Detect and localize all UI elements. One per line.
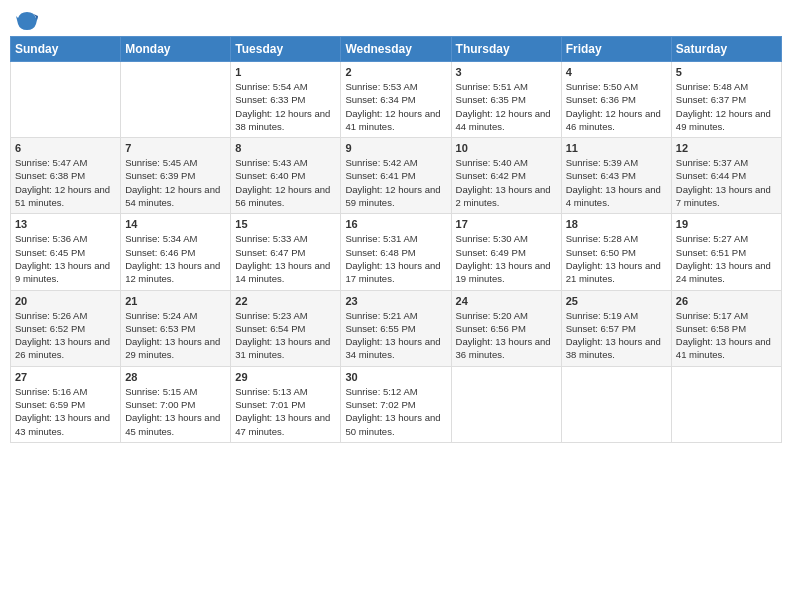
- logo-icon: [16, 10, 38, 32]
- day-number: 19: [676, 218, 777, 230]
- page-header: [10, 10, 782, 28]
- day-cell: 10Sunrise: 5:40 AM Sunset: 6:42 PM Dayli…: [451, 138, 561, 214]
- calendar-table: SundayMondayTuesdayWednesdayThursdayFrid…: [10, 36, 782, 443]
- day-number: 7: [125, 142, 226, 154]
- day-info: Sunrise: 5:48 AM Sunset: 6:37 PM Dayligh…: [676, 80, 777, 133]
- day-number: 21: [125, 295, 226, 307]
- day-number: 6: [15, 142, 116, 154]
- day-cell: 4Sunrise: 5:50 AM Sunset: 6:36 PM Daylig…: [561, 62, 671, 138]
- day-cell: 18Sunrise: 5:28 AM Sunset: 6:50 PM Dayli…: [561, 214, 671, 290]
- day-cell: 26Sunrise: 5:17 AM Sunset: 6:58 PM Dayli…: [671, 290, 781, 366]
- day-number: 29: [235, 371, 336, 383]
- day-info: Sunrise: 5:16 AM Sunset: 6:59 PM Dayligh…: [15, 385, 116, 438]
- day-number: 17: [456, 218, 557, 230]
- day-cell: 11Sunrise: 5:39 AM Sunset: 6:43 PM Dayli…: [561, 138, 671, 214]
- day-cell: 25Sunrise: 5:19 AM Sunset: 6:57 PM Dayli…: [561, 290, 671, 366]
- day-number: 15: [235, 218, 336, 230]
- day-info: Sunrise: 5:43 AM Sunset: 6:40 PM Dayligh…: [235, 156, 336, 209]
- weekday-header-thursday: Thursday: [451, 37, 561, 62]
- day-number: 3: [456, 66, 557, 78]
- day-info: Sunrise: 5:12 AM Sunset: 7:02 PM Dayligh…: [345, 385, 446, 438]
- weekday-header-saturday: Saturday: [671, 37, 781, 62]
- day-info: Sunrise: 5:39 AM Sunset: 6:43 PM Dayligh…: [566, 156, 667, 209]
- day-info: Sunrise: 5:51 AM Sunset: 6:35 PM Dayligh…: [456, 80, 557, 133]
- day-number: 5: [676, 66, 777, 78]
- day-cell: 7Sunrise: 5:45 AM Sunset: 6:39 PM Daylig…: [121, 138, 231, 214]
- weekday-header-friday: Friday: [561, 37, 671, 62]
- day-cell: [671, 366, 781, 442]
- day-cell: 6Sunrise: 5:47 AM Sunset: 6:38 PM Daylig…: [11, 138, 121, 214]
- day-cell: 17Sunrise: 5:30 AM Sunset: 6:49 PM Dayli…: [451, 214, 561, 290]
- day-cell: 23Sunrise: 5:21 AM Sunset: 6:55 PM Dayli…: [341, 290, 451, 366]
- day-number: 27: [15, 371, 116, 383]
- day-number: 18: [566, 218, 667, 230]
- day-number: 30: [345, 371, 446, 383]
- weekday-header-tuesday: Tuesday: [231, 37, 341, 62]
- week-row-5: 27Sunrise: 5:16 AM Sunset: 6:59 PM Dayli…: [11, 366, 782, 442]
- day-number: 16: [345, 218, 446, 230]
- week-row-4: 20Sunrise: 5:26 AM Sunset: 6:52 PM Dayli…: [11, 290, 782, 366]
- day-cell: [561, 366, 671, 442]
- day-cell: 28Sunrise: 5:15 AM Sunset: 7:00 PM Dayli…: [121, 366, 231, 442]
- day-number: 13: [15, 218, 116, 230]
- day-number: 8: [235, 142, 336, 154]
- day-info: Sunrise: 5:27 AM Sunset: 6:51 PM Dayligh…: [676, 232, 777, 285]
- day-info: Sunrise: 5:37 AM Sunset: 6:44 PM Dayligh…: [676, 156, 777, 209]
- day-info: Sunrise: 5:33 AM Sunset: 6:47 PM Dayligh…: [235, 232, 336, 285]
- week-row-1: 1Sunrise: 5:54 AM Sunset: 6:33 PM Daylig…: [11, 62, 782, 138]
- weekday-header-wednesday: Wednesday: [341, 37, 451, 62]
- day-info: Sunrise: 5:20 AM Sunset: 6:56 PM Dayligh…: [456, 309, 557, 362]
- day-number: 9: [345, 142, 446, 154]
- day-number: 20: [15, 295, 116, 307]
- day-info: Sunrise: 5:53 AM Sunset: 6:34 PM Dayligh…: [345, 80, 446, 133]
- day-cell: 19Sunrise: 5:27 AM Sunset: 6:51 PM Dayli…: [671, 214, 781, 290]
- day-number: 24: [456, 295, 557, 307]
- weekday-header-sunday: Sunday: [11, 37, 121, 62]
- day-info: Sunrise: 5:15 AM Sunset: 7:00 PM Dayligh…: [125, 385, 226, 438]
- day-cell: 2Sunrise: 5:53 AM Sunset: 6:34 PM Daylig…: [341, 62, 451, 138]
- day-info: Sunrise: 5:42 AM Sunset: 6:41 PM Dayligh…: [345, 156, 446, 209]
- day-number: 11: [566, 142, 667, 154]
- day-cell: 8Sunrise: 5:43 AM Sunset: 6:40 PM Daylig…: [231, 138, 341, 214]
- day-info: Sunrise: 5:54 AM Sunset: 6:33 PM Dayligh…: [235, 80, 336, 133]
- day-info: Sunrise: 5:13 AM Sunset: 7:01 PM Dayligh…: [235, 385, 336, 438]
- calendar-body: 1Sunrise: 5:54 AM Sunset: 6:33 PM Daylig…: [11, 62, 782, 443]
- day-cell: 14Sunrise: 5:34 AM Sunset: 6:46 PM Dayli…: [121, 214, 231, 290]
- day-info: Sunrise: 5:50 AM Sunset: 6:36 PM Dayligh…: [566, 80, 667, 133]
- day-cell: 9Sunrise: 5:42 AM Sunset: 6:41 PM Daylig…: [341, 138, 451, 214]
- day-cell: 12Sunrise: 5:37 AM Sunset: 6:44 PM Dayli…: [671, 138, 781, 214]
- day-info: Sunrise: 5:17 AM Sunset: 6:58 PM Dayligh…: [676, 309, 777, 362]
- day-info: Sunrise: 5:40 AM Sunset: 6:42 PM Dayligh…: [456, 156, 557, 209]
- day-number: 12: [676, 142, 777, 154]
- day-number: 10: [456, 142, 557, 154]
- day-cell: [11, 62, 121, 138]
- day-cell: 15Sunrise: 5:33 AM Sunset: 6:47 PM Dayli…: [231, 214, 341, 290]
- day-number: 4: [566, 66, 667, 78]
- day-cell: 30Sunrise: 5:12 AM Sunset: 7:02 PM Dayli…: [341, 366, 451, 442]
- day-info: Sunrise: 5:24 AM Sunset: 6:53 PM Dayligh…: [125, 309, 226, 362]
- day-info: Sunrise: 5:45 AM Sunset: 6:39 PM Dayligh…: [125, 156, 226, 209]
- day-cell: 27Sunrise: 5:16 AM Sunset: 6:59 PM Dayli…: [11, 366, 121, 442]
- day-info: Sunrise: 5:47 AM Sunset: 6:38 PM Dayligh…: [15, 156, 116, 209]
- day-info: Sunrise: 5:30 AM Sunset: 6:49 PM Dayligh…: [456, 232, 557, 285]
- day-info: Sunrise: 5:19 AM Sunset: 6:57 PM Dayligh…: [566, 309, 667, 362]
- day-number: 14: [125, 218, 226, 230]
- day-cell: 20Sunrise: 5:26 AM Sunset: 6:52 PM Dayli…: [11, 290, 121, 366]
- logo: [14, 10, 38, 28]
- day-cell: 22Sunrise: 5:23 AM Sunset: 6:54 PM Dayli…: [231, 290, 341, 366]
- day-cell: 24Sunrise: 5:20 AM Sunset: 6:56 PM Dayli…: [451, 290, 561, 366]
- week-row-2: 6Sunrise: 5:47 AM Sunset: 6:38 PM Daylig…: [11, 138, 782, 214]
- week-row-3: 13Sunrise: 5:36 AM Sunset: 6:45 PM Dayli…: [11, 214, 782, 290]
- day-cell: 5Sunrise: 5:48 AM Sunset: 6:37 PM Daylig…: [671, 62, 781, 138]
- day-info: Sunrise: 5:21 AM Sunset: 6:55 PM Dayligh…: [345, 309, 446, 362]
- day-info: Sunrise: 5:26 AM Sunset: 6:52 PM Dayligh…: [15, 309, 116, 362]
- day-cell: 3Sunrise: 5:51 AM Sunset: 6:35 PM Daylig…: [451, 62, 561, 138]
- day-cell: 16Sunrise: 5:31 AM Sunset: 6:48 PM Dayli…: [341, 214, 451, 290]
- day-info: Sunrise: 5:34 AM Sunset: 6:46 PM Dayligh…: [125, 232, 226, 285]
- day-cell: 29Sunrise: 5:13 AM Sunset: 7:01 PM Dayli…: [231, 366, 341, 442]
- day-cell: [121, 62, 231, 138]
- day-info: Sunrise: 5:36 AM Sunset: 6:45 PM Dayligh…: [15, 232, 116, 285]
- weekday-header-monday: Monday: [121, 37, 231, 62]
- day-number: 26: [676, 295, 777, 307]
- weekday-header-row: SundayMondayTuesdayWednesdayThursdayFrid…: [11, 37, 782, 62]
